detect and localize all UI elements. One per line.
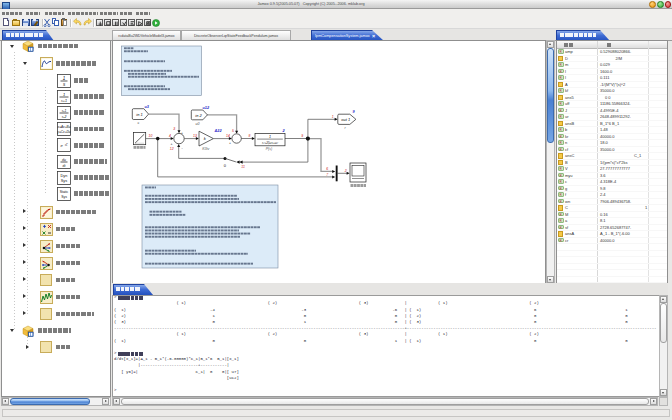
svg-text:7: 7 (326, 173, 328, 177)
svg-text:+: + (171, 142, 173, 146)
svg-text:Dyn: Dyn (61, 174, 68, 178)
svg-text:s²+2ζωs+ω²: s²+2ζωs+ω² (262, 141, 279, 145)
svg-text:6: 6 (326, 167, 328, 171)
svg-text:4: 4 (169, 134, 171, 138)
svg-text:+: + (181, 131, 183, 135)
svg-text:P(s): P(s) (266, 147, 273, 151)
svg-text:5: 5 (232, 129, 234, 133)
svg-text:s+1: s+1 (61, 99, 67, 103)
svg-text:y=Cx+Du: y=Cx+Du (57, 130, 71, 134)
svg-text:Sys: Sys (61, 179, 67, 183)
svg-text:u0: u0 (196, 122, 200, 126)
svg-text:A22: A22 (214, 129, 223, 133)
svg-text:8: 8 (249, 134, 251, 138)
svg-text:u12: u12 (203, 106, 210, 110)
svg-text:in 2: in 2 (195, 113, 202, 118)
svg-text:out 1: out 1 (341, 117, 350, 122)
svg-text:0: 0 (224, 163, 227, 168)
svg-text:1: 1 (269, 135, 271, 139)
svg-text:-: - (182, 146, 184, 150)
svg-text:in 1: in 1 (136, 112, 142, 117)
svg-text:r: r (345, 126, 347, 130)
svg-text:13: 13 (193, 134, 197, 138)
svg-text:du: du (62, 157, 66, 161)
svg-text:Static: Static (60, 190, 69, 194)
svg-text:+: + (229, 141, 231, 145)
svg-text:9: 9 (301, 134, 303, 138)
svg-text:-: - (239, 132, 240, 136)
svg-text:s-2: s-2 (62, 115, 67, 119)
svg-text:u3: u3 (145, 105, 150, 109)
svg-text:1: 1 (63, 91, 65, 96)
svg-text:c: c (138, 121, 140, 125)
svg-text:x=Ax+Bu: x=Ax+Bu (57, 125, 71, 129)
svg-text:s-1: s-1 (62, 108, 67, 112)
svg-text:14: 14 (226, 134, 230, 138)
svg-text:KGv: KGv (202, 147, 209, 151)
svg-text:3: 3 (173, 127, 175, 131)
svg-text:Sys: Sys (61, 195, 67, 199)
svg-text:1: 1 (332, 115, 334, 119)
svg-text:e⁻ˢˤ: e⁻ˢˤ (60, 143, 68, 148)
svg-text:10: 10 (149, 134, 153, 138)
svg-text:9: 9 (353, 110, 356, 114)
svg-text:12: 12 (170, 147, 174, 151)
svg-text:11: 11 (241, 165, 245, 169)
svg-text:2: 2 (282, 129, 286, 133)
svg-text:2: 2 (344, 169, 347, 173)
